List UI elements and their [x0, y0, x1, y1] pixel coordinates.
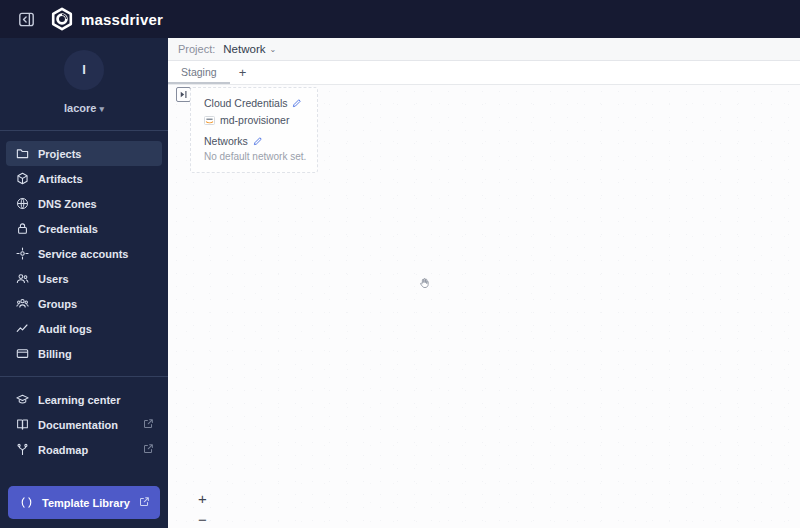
top-header: massdriver — [0, 0, 800, 38]
lock-icon — [16, 222, 29, 235]
caret-down-icon: ▾ — [99, 104, 104, 114]
tab-staging[interactable]: Staging — [168, 61, 230, 84]
cloud-credentials-label: Cloud Credentials — [204, 97, 287, 109]
expand-panel-button[interactable] — [176, 87, 191, 102]
massdriver-hexagon-icon — [50, 7, 74, 31]
users-icon — [16, 272, 29, 285]
diagram-canvas[interactable]: Cloud Credentials — [168, 85, 800, 528]
project-bar: Project: Network ⌄ — [168, 38, 800, 61]
sidebar-item-credentials[interactable]: Credentials — [6, 216, 162, 241]
sidebar-item-billing[interactable]: Billing — [6, 341, 162, 366]
collapse-sidebar-icon — [18, 11, 35, 28]
sidebar-item-artifacts[interactable]: Artifacts — [6, 166, 162, 191]
sidebar-item-label: Artifacts — [38, 173, 83, 185]
pencil-icon — [292, 98, 302, 108]
app-window: massdriver I lacore▾ Projects — [0, 0, 800, 528]
sidebar-secondary-nav: Learning center Documentation — [0, 387, 168, 462]
project-selector[interactable]: Network ⌄ — [223, 43, 276, 55]
networks-value: No default network set. — [204, 151, 307, 162]
cloud-credentials-value: md-provisioner — [220, 114, 289, 126]
expand-panel-icon — [178, 89, 189, 100]
sidebar-item-roadmap[interactable]: Roadmap — [6, 437, 162, 462]
sidebar: I lacore▾ Projects — [0, 38, 168, 528]
groups-icon — [16, 297, 29, 310]
sidebar-item-label: Service accounts — [38, 248, 129, 260]
sidebar-item-label: Audit logs — [38, 323, 92, 335]
sidebar-divider — [0, 376, 168, 377]
sidebar-item-users[interactable]: Users — [6, 266, 162, 291]
zoom-out-button[interactable]: − — [198, 514, 207, 526]
sidebar-item-label: Users — [38, 273, 69, 285]
brand-name: massdriver — [81, 11, 163, 28]
chart-line-icon — [16, 322, 29, 335]
book-icon — [16, 418, 29, 431]
sidebar-item-label: Billing — [38, 348, 72, 360]
folder-icon — [16, 147, 29, 160]
template-library-label: Template Library — [42, 497, 130, 509]
graduation-cap-icon — [16, 393, 29, 406]
sidebar-item-label: DNS Zones — [38, 198, 97, 210]
cube-icon — [16, 172, 29, 185]
user-menu[interactable]: lacore▾ — [64, 102, 104, 114]
zoom-in-button[interactable]: + — [198, 493, 207, 505]
sidebar-item-learning-center[interactable]: Learning center — [6, 387, 162, 412]
template-library-button[interactable]: Template Library — [8, 486, 160, 519]
user-block: I lacore▾ — [0, 38, 168, 126]
sidebar-item-label: Roadmap — [38, 444, 88, 456]
crosshair-icon — [16, 247, 29, 260]
sidebar-item-projects[interactable]: Projects — [6, 141, 162, 166]
project-value: Network — [223, 43, 265, 55]
canvas-zoom-controls: + − — [198, 493, 207, 526]
environment-defaults-panel: Cloud Credentials — [190, 87, 318, 173]
sidebar-nav: Projects Artifacts DNS Zones — [0, 141, 168, 366]
pencil-icon — [253, 136, 263, 146]
massdriver-logo[interactable]: massdriver — [50, 7, 163, 31]
sidebar-item-groups[interactable]: Groups — [6, 291, 162, 316]
credit-card-icon — [16, 347, 29, 360]
avatar[interactable]: I — [64, 50, 104, 90]
networks-label: Networks — [204, 135, 248, 147]
sidebar-item-label: Projects — [38, 148, 81, 160]
sidebar-item-service-accounts[interactable]: Service accounts — [6, 241, 162, 266]
add-environment-button[interactable]: + — [230, 61, 256, 84]
grab-cursor-icon — [418, 275, 431, 293]
sidebar-item-label: Groups — [38, 298, 77, 310]
edit-cloud-credentials-button[interactable] — [292, 98, 302, 108]
external-link-icon — [139, 496, 150, 509]
environment-tab-bar: Staging + — [168, 61, 800, 85]
sidebar-item-dns-zones[interactable]: DNS Zones — [6, 191, 162, 216]
sidebar-item-documentation[interactable]: Documentation — [6, 412, 162, 437]
sidebar-item-label: Credentials — [38, 223, 98, 235]
external-link-icon — [143, 418, 154, 431]
sidebar-item-audit-logs[interactable]: Audit logs — [6, 316, 162, 341]
sidebar-spacer — [0, 462, 168, 486]
sidebar-item-label: Learning center — [38, 394, 121, 406]
chevron-down-icon: ⌄ — [269, 45, 276, 54]
sidebar-item-label: Documentation — [38, 419, 118, 431]
external-link-icon — [143, 443, 154, 456]
main-content: Project: Network ⌄ Staging + — [168, 38, 800, 528]
fork-icon — [16, 443, 29, 456]
sidebar-collapse-button[interactable] — [16, 9, 36, 29]
aws-icon — [204, 116, 215, 125]
project-label: Project: — [178, 43, 215, 55]
edit-networks-button[interactable] — [253, 136, 263, 146]
parentheses-icon — [20, 496, 33, 509]
sidebar-divider — [0, 130, 168, 131]
cloud-credentials-group: Cloud Credentials — [204, 97, 307, 126]
networks-group: Networks No default network set. — [204, 135, 307, 162]
globe-icon — [16, 197, 29, 210]
user-name-label: lacore — [64, 102, 96, 114]
